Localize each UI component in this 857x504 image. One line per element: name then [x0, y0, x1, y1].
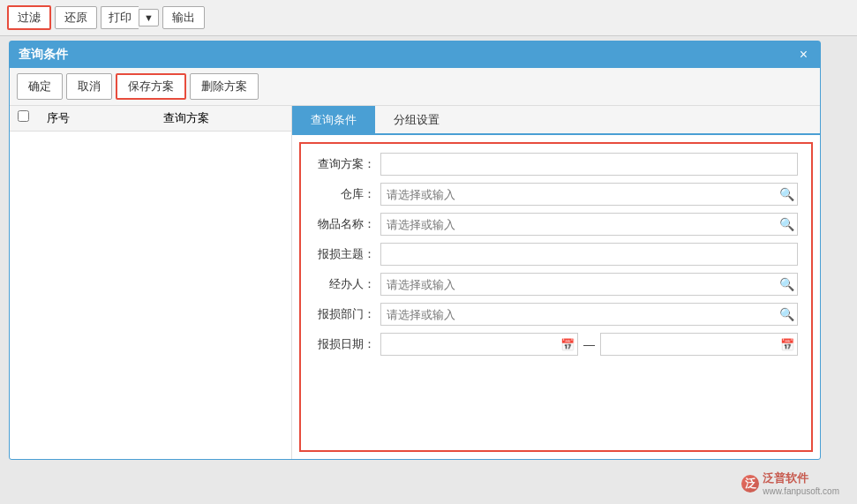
form-row-dept: 报损部门： 🔍	[314, 303, 798, 326]
search-icon-handler[interactable]: 🔍	[776, 274, 797, 295]
query-dialog: 查询条件 × 确定 取消 保存方案 删除方案 序号 查询方案	[9, 41, 821, 460]
col-check-header	[10, 110, 36, 126]
save-plan-button[interactable]: 保存方案	[116, 73, 186, 100]
label-item: 物品名称：	[314, 216, 380, 232]
date-end-input[interactable]	[601, 335, 778, 354]
label-warehouse: 仓库：	[314, 186, 380, 202]
tab-query-conditions[interactable]: 查询条件	[292, 106, 375, 133]
date-input-wrap: 📅 — 📅	[380, 333, 798, 356]
branding-website: www.fanpusoft.com	[763, 486, 839, 496]
form-row-plan: 查询方案：	[314, 153, 798, 176]
search-icon-item[interactable]: 🔍	[776, 214, 797, 235]
branding-name: 泛普软件	[763, 470, 839, 486]
input-item-wrap: 🔍	[380, 213, 798, 236]
input-plan[interactable]	[380, 153, 798, 176]
calendar-start-icon[interactable]: 📅	[558, 334, 577, 355]
calendar-end-icon[interactable]: 📅	[778, 334, 797, 355]
col-num-header: 序号	[36, 110, 80, 126]
input-dept[interactable]	[381, 305, 776, 324]
print-main-button[interactable]: 打印	[101, 6, 139, 29]
dialog-body: 序号 查询方案 查询条件 分组设置 查询方案：	[10, 106, 820, 459]
delete-plan-button[interactable]: 删除方案	[190, 73, 259, 100]
form-row-date: 报损日期： 📅 — 📅	[314, 333, 798, 356]
date-end-wrap: 📅	[600, 333, 798, 356]
input-warehouse[interactable]	[381, 185, 776, 204]
dialog-header: 查询条件 ×	[10, 41, 820, 68]
main-toolbar: 过滤 还原 打印 ▼ 输出	[0, 0, 857, 36]
input-item[interactable]	[381, 215, 776, 234]
confirm-button[interactable]: 确定	[17, 73, 63, 100]
form-row-item: 物品名称： 🔍	[314, 213, 798, 236]
branding: 泛 泛普软件 www.fanpusoft.com	[741, 470, 839, 496]
search-icon-dept[interactable]: 🔍	[776, 304, 797, 325]
select-all-checkbox[interactable]	[18, 110, 29, 122]
input-theme[interactable]	[380, 243, 798, 266]
label-handler: 经办人：	[314, 276, 380, 292]
right-panel: 查询条件 分组设置 查询方案： 仓库： 🔍	[292, 106, 820, 459]
dialog-title: 查询条件	[19, 47, 68, 63]
date-start-input[interactable]	[381, 335, 558, 354]
print-arrow-button[interactable]: ▼	[139, 9, 159, 26]
date-separator: —	[582, 338, 597, 351]
filter-button[interactable]: 过滤	[7, 5, 51, 30]
form-row-warehouse: 仓库： 🔍	[314, 183, 798, 206]
input-handler-wrap: 🔍	[380, 273, 798, 296]
print-split-button: 打印 ▼	[101, 6, 159, 29]
label-dept: 报损部门：	[314, 306, 380, 322]
cancel-button[interactable]: 取消	[66, 73, 112, 100]
input-warehouse-wrap: 🔍	[380, 183, 798, 206]
left-table-header: 序号 查询方案	[10, 106, 291, 132]
left-table-rows	[10, 132, 291, 449]
main-area: 查询条件 × 确定 取消 保存方案 删除方案 序号 查询方案	[0, 36, 857, 504]
search-icon-warehouse[interactable]: 🔍	[776, 184, 797, 205]
form-row-handler: 经办人： 🔍	[314, 273, 798, 296]
branding-text: 泛普软件 www.fanpusoft.com	[763, 470, 839, 496]
branding-logo: 泛	[741, 475, 759, 493]
form-row-theme: 报损主题：	[314, 243, 798, 266]
reset-button[interactable]: 还原	[55, 6, 97, 29]
input-dept-wrap: 🔍	[380, 303, 798, 326]
input-handler[interactable]	[381, 275, 776, 294]
branding-logo-text: 泛	[745, 476, 756, 492]
label-plan: 查询方案：	[314, 156, 380, 172]
left-panel: 序号 查询方案	[10, 106, 292, 459]
tab-group-settings[interactable]: 分组设置	[375, 106, 458, 133]
label-date: 报损日期：	[314, 336, 380, 352]
dialog-toolbar: 确定 取消 保存方案 删除方案	[10, 68, 820, 106]
form-area: 查询方案： 仓库： 🔍 物品名称：	[299, 142, 813, 452]
export-button[interactable]: 输出	[162, 6, 205, 29]
date-start-wrap: 📅	[380, 333, 578, 356]
tabs: 查询条件 分组设置	[292, 106, 820, 135]
col-name-header: 查询方案	[80, 110, 291, 126]
dialog-close-button[interactable]: ×	[796, 47, 811, 63]
label-theme: 报损主题：	[314, 246, 380, 262]
